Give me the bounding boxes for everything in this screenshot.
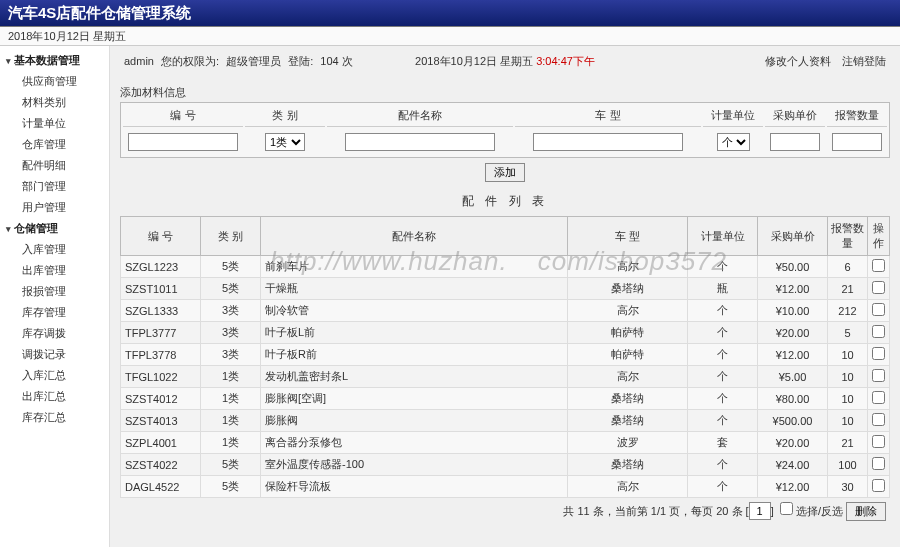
cell-price: ¥12.00: [758, 344, 828, 366]
sidebar-item-g1-1[interactable]: 材料类别: [0, 92, 109, 113]
cell-price: ¥24.00: [758, 454, 828, 476]
h-price: 采购单价: [765, 105, 825, 127]
sidebar-item-g2-0[interactable]: 入库管理: [0, 239, 109, 260]
h-model: 车 型: [515, 105, 701, 127]
cell-alert: 21: [828, 432, 868, 454]
table-row: SZGL13333类制冷软管高尔个¥10.00212: [121, 300, 890, 322]
cell-unit: 个: [688, 300, 758, 322]
cell-unit: 个: [688, 410, 758, 432]
cell-cat: 5类: [201, 454, 261, 476]
sidebar-item-g2-5[interactable]: 调拨记录: [0, 344, 109, 365]
sidebar-item-g1-4[interactable]: 配件明细: [0, 155, 109, 176]
table-row: SZST10115类干燥瓶桑塔纳瓶¥12.0021: [121, 278, 890, 300]
cell-alert: 100: [828, 454, 868, 476]
main-panel: admin 您的权限为: 超级管理员 登陆: 104 次 2018年10月12日…: [110, 46, 900, 547]
table-row: DAGL45225类保险杆导流板高尔个¥12.0030: [121, 476, 890, 498]
th-price: 采购单价: [758, 217, 828, 256]
add-panel-title: 添加材料信息: [120, 83, 890, 102]
cell-unit: 套: [688, 432, 758, 454]
model-input[interactable]: [533, 133, 683, 151]
cell-alert: 10: [828, 388, 868, 410]
row-checkbox[interactable]: [872, 325, 885, 338]
sidebar-item-g1-5[interactable]: 部门管理: [0, 176, 109, 197]
unit-select[interactable]: 个: [717, 133, 750, 151]
table-row: SZPL40011类离合器分泵修包波罗套¥20.0021: [121, 432, 890, 454]
table-row: TFGL10221类发动机盖密封条L高尔个¥5.0010: [121, 366, 890, 388]
cell-name: 叶子板R前: [261, 344, 568, 366]
cell-unit: 个: [688, 388, 758, 410]
sidebar-item-g2-3[interactable]: 库存管理: [0, 302, 109, 323]
cell-alert: 10: [828, 344, 868, 366]
h-unit: 计量单位: [703, 105, 763, 127]
name-input[interactable]: [345, 133, 495, 151]
row-checkbox[interactable]: [872, 479, 885, 492]
link-logout[interactable]: 注销登陆: [842, 55, 886, 67]
row-checkbox[interactable]: [872, 435, 885, 448]
cell-price: ¥12.00: [758, 278, 828, 300]
pager-page-input[interactable]: [749, 502, 771, 520]
row-checkbox[interactable]: [872, 369, 885, 382]
sidebar-item-g1-3[interactable]: 仓库管理: [0, 134, 109, 155]
table-row: SZST40131类膨胀阀桑塔纳个¥500.0010: [121, 410, 890, 432]
sidebar-item-g2-6[interactable]: 入库汇总: [0, 365, 109, 386]
row-checkbox[interactable]: [872, 413, 885, 426]
select-all-checkbox[interactable]: [780, 502, 793, 515]
cat-select[interactable]: 1类: [265, 133, 305, 151]
row-checkbox[interactable]: [872, 391, 885, 404]
sidebar-item-g2-2[interactable]: 报损管理: [0, 281, 109, 302]
price-input[interactable]: [770, 133, 820, 151]
cell-model: 桑塔纳: [568, 278, 688, 300]
cell-code: TFPL3778: [121, 344, 201, 366]
row-checkbox[interactable]: [872, 347, 885, 360]
cell-alert: 10: [828, 366, 868, 388]
add-button[interactable]: 添加: [485, 163, 525, 182]
cell-cat: 1类: [201, 366, 261, 388]
alert-input[interactable]: [832, 133, 882, 151]
h-cat: 类 别: [245, 105, 325, 127]
cell-price: ¥500.00: [758, 410, 828, 432]
cell-name: 膨胀阀[空调]: [261, 388, 568, 410]
cell-model: 桑塔纳: [568, 388, 688, 410]
row-checkbox[interactable]: [872, 281, 885, 294]
select-all-label: 选择/反选: [796, 505, 843, 517]
h-code: 编 号: [123, 105, 243, 127]
cell-unit: 瓶: [688, 278, 758, 300]
cell-code: SZST4013: [121, 410, 201, 432]
sidebar-item-g2-7[interactable]: 出库汇总: [0, 386, 109, 407]
link-edit-profile[interactable]: 修改个人资料: [765, 55, 831, 67]
row-checkbox[interactable]: [872, 303, 885, 316]
cell-cat: 1类: [201, 432, 261, 454]
th-name: 配件名称: [261, 217, 568, 256]
pager: 共 11 条，当前第 1/1 页，每页 20 条 [] 选择/反选 删除: [120, 498, 890, 525]
sidebar-item-g2-4[interactable]: 库存调拨: [0, 323, 109, 344]
tree-group-basic[interactable]: 基本数据管理: [0, 50, 109, 71]
sidebar-item-g1-0[interactable]: 供应商管理: [0, 71, 109, 92]
cell-price: ¥20.00: [758, 322, 828, 344]
cell-alert: 5: [828, 322, 868, 344]
cell-unit: 个: [688, 366, 758, 388]
sidebar-item-g2-1[interactable]: 出库管理: [0, 260, 109, 281]
delete-button[interactable]: 删除: [846, 502, 886, 521]
app-title: 汽车4S店配件仓储管理系统: [8, 4, 191, 23]
cell-unit: 个: [688, 476, 758, 498]
cell-price: ¥80.00: [758, 388, 828, 410]
cell-model: 桑塔纳: [568, 410, 688, 432]
row-checkbox[interactable]: [872, 259, 885, 272]
cell-alert: 30: [828, 476, 868, 498]
tree-group-storage[interactable]: 仓储管理: [0, 218, 109, 239]
sidebar-item-g2-8[interactable]: 库存汇总: [0, 407, 109, 428]
cell-model: 帕萨特: [568, 322, 688, 344]
th-alert: 报警数量: [828, 217, 868, 256]
cell-code: TFPL3777: [121, 322, 201, 344]
row-checkbox[interactable]: [872, 457, 885, 470]
cell-code: TFGL1022: [121, 366, 201, 388]
sidebar-item-g1-6[interactable]: 用户管理: [0, 197, 109, 218]
cell-name: 制冷软管: [261, 300, 568, 322]
cell-price: ¥20.00: [758, 432, 828, 454]
cell-name: 离合器分泵修包: [261, 432, 568, 454]
sidebar-item-g1-2[interactable]: 计量单位: [0, 113, 109, 134]
code-input[interactable]: [128, 133, 238, 151]
cell-unit: 个: [688, 344, 758, 366]
date-text: 2018年10月12日 星期五: [8, 29, 126, 44]
cell-name: 前刹车片: [261, 256, 568, 278]
